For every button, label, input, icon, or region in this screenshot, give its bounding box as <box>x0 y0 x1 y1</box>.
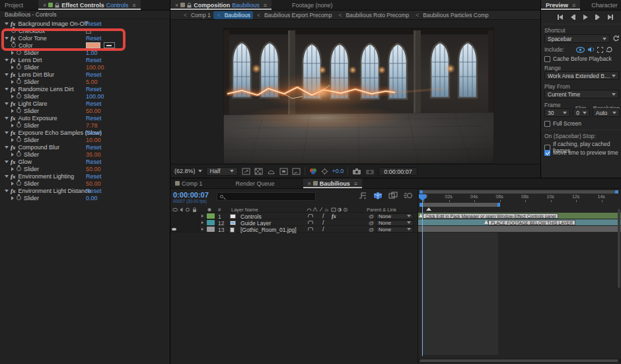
eyedropper-icon[interactable] <box>104 42 115 48</box>
shy-icon[interactable] <box>308 221 313 224</box>
layer-name[interactable]: [Gothic_Room_01.jpg] <box>240 227 297 233</box>
pickwhip-icon[interactable]: @ <box>369 227 374 233</box>
effect-value[interactable]: 0.00 <box>86 195 98 201</box>
comp-marker-icon[interactable] <box>426 207 431 211</box>
pickwhip-icon[interactable]: @ <box>369 220 374 226</box>
include-audio-speaker-icon[interactable] <box>587 46 595 53</box>
play-button[interactable] <box>582 14 589 20</box>
effect-row[interactable]: Slider 50.00 <box>0 180 170 187</box>
stopwatch-icon[interactable] <box>17 152 21 157</box>
effect-row[interactable]: Slider 5.00 <box>0 78 170 85</box>
breadcrumb-item[interactable]: Comp 1 <box>180 11 213 19</box>
show-snapshot-icon[interactable] <box>365 168 375 175</box>
breadcrumb-item[interactable]: Baubilious Export Precomp <box>253 11 335 19</box>
effect-value[interactable]: 1.00 <box>86 50 98 56</box>
chevron-right-icon[interactable] <box>11 51 14 55</box>
stopwatch-icon[interactable] <box>17 65 21 69</box>
region-of-interest-icon[interactable] <box>279 168 288 175</box>
magnification-dropdown[interactable]: (62.8%) <box>174 168 202 174</box>
effect-value[interactable]: Reset <box>86 173 102 180</box>
effect-row[interactable]: Randomize Lens Dirt Reset <box>0 85 170 92</box>
effect-value[interactable]: Reset <box>86 20 102 27</box>
skip-dropdown[interactable]: 0 <box>573 108 590 117</box>
panel-menu-icon[interactable]: ≡ <box>132 2 135 9</box>
tab-footage[interactable]: Footage (none) <box>287 0 338 10</box>
quality-icon[interactable] <box>322 219 324 226</box>
composition-mini-flowchart-icon[interactable] <box>358 192 367 200</box>
effect-row[interactable]: Slider 50.00 <box>0 165 170 172</box>
quality-icon[interactable] <box>322 213 324 219</box>
breadcrumb-item[interactable]: Baubilious Roto Precomp <box>334 11 412 19</box>
effect-value[interactable]: 10.00 <box>86 137 101 143</box>
stopwatch-icon[interactable] <box>17 166 21 171</box>
range-dropdown[interactable]: Work Area Extended By Current … <box>544 71 619 80</box>
stopwatch-icon[interactable] <box>17 108 21 113</box>
exposure-value[interactable]: +0.0 <box>332 168 344 174</box>
effect-value[interactable]: Reset <box>86 188 102 194</box>
stopwatch-icon[interactable] <box>17 50 21 55</box>
chevron-down-icon[interactable] <box>5 102 9 105</box>
layer-color-label[interactable] <box>207 213 215 219</box>
effect-row[interactable]: Slider 100.00 <box>0 63 170 71</box>
effect-value[interactable]: 50.00 <box>86 108 101 114</box>
effect-value[interactable]: Reset <box>86 57 102 63</box>
chevron-right-icon[interactable] <box>11 109 14 113</box>
effect-value[interactable]: 35.00 <box>86 151 101 158</box>
pickwhip-icon[interactable]: @ <box>369 213 374 219</box>
chevron-down-icon[interactable] <box>5 190 9 192</box>
close-icon[interactable]: × <box>43 2 46 9</box>
resolution-dropdown[interactable]: Auto <box>593 108 620 117</box>
previous-frame-button[interactable] <box>569 14 576 20</box>
timeline-zoom-scrollbar[interactable] <box>420 190 618 194</box>
stopwatch-icon[interactable] <box>17 181 21 186</box>
close-icon[interactable]: × <box>175 2 178 9</box>
fx-switch-icon[interactable] <box>332 213 336 219</box>
parent-dropdown[interactable]: None <box>376 227 414 233</box>
av-cells[interactable] <box>170 219 200 225</box>
tab-effect-controls[interactable]: × Effect Controls Controls ≡ <box>38 0 141 10</box>
panel-menu-icon[interactable]: ≡ <box>354 180 357 187</box>
next-frame-button[interactable] <box>595 14 601 20</box>
stopwatch-icon[interactable] <box>11 43 16 48</box>
effect-value[interactable]: 50.00 <box>86 166 101 172</box>
resolution-dropdown[interactable]: Half <box>206 167 238 176</box>
chevron-right-icon[interactable] <box>11 124 14 127</box>
stopwatch-icon[interactable] <box>11 28 16 33</box>
reset-icon[interactable] <box>612 35 620 42</box>
effect-value[interactable]: 5.00 <box>86 79 98 85</box>
parent-dropdown[interactable]: None <box>376 213 414 219</box>
chevron-right-icon[interactable] <box>11 138 14 142</box>
chevron-right-icon[interactable] <box>11 80 14 84</box>
chevron-down-icon[interactable] <box>5 161 9 163</box>
effect-row[interactable]: Lens Dirt Reset <box>0 56 170 63</box>
chevron-down-icon[interactable] <box>5 59 9 61</box>
last-frame-button[interactable] <box>607 14 614 20</box>
chevron-right-icon[interactable] <box>11 196 14 200</box>
layer-color-label[interactable] <box>207 220 215 225</box>
playhead-line[interactable] <box>422 194 423 356</box>
effect-row[interactable]: Slider 35.00 <box>0 151 170 158</box>
parent-dropdown[interactable]: None <box>376 220 414 226</box>
chevron-right-icon[interactable] <box>11 167 14 171</box>
effect-value[interactable]: Reset <box>86 129 102 136</box>
eye-icon[interactable] <box>172 228 176 231</box>
tab-render-queue[interactable]: Render Queue <box>231 178 279 188</box>
av-cells[interactable] <box>170 213 200 219</box>
chevron-down-icon[interactable] <box>5 73 9 76</box>
layer-name-column-header[interactable]: Layer Name <box>231 207 258 213</box>
stopwatch-icon[interactable] <box>17 79 21 84</box>
stopwatch-icon[interactable] <box>17 123 21 127</box>
marker-label[interactable]: PLACE FOOTAGE BELOW THIS LAYER <box>488 220 575 225</box>
tab-project[interactable]: Project <box>0 0 28 10</box>
effect-row[interactable]: Environment Lighting Reset <box>0 172 170 180</box>
effect-row[interactable]: Exposure Echo Samples (Slow) Reset <box>0 129 170 136</box>
transparency-grid-icon[interactable] <box>254 168 263 175</box>
horizontal-scrollbar[interactable] <box>418 359 621 363</box>
effect-row[interactable]: Light Glare Reset <box>0 100 170 107</box>
effect-value[interactable]: 7.78 <box>86 122 98 129</box>
include-video-eye-icon[interactable] <box>576 47 585 53</box>
checkbox[interactable] <box>86 28 91 34</box>
effect-row[interactable]: Slider 1.00 <box>0 49 170 56</box>
chevron-right-icon[interactable] <box>11 182 14 186</box>
pixel-aspect-correction-icon[interactable] <box>292 168 301 175</box>
